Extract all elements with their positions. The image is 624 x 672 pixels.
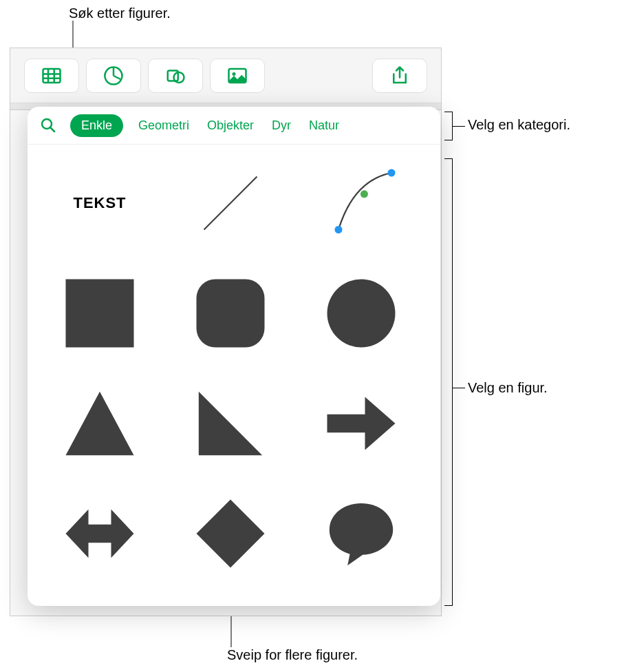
shape-triangle[interactable]: [48, 379, 151, 468]
shape-speech-bubble[interactable]: [310, 489, 413, 578]
category-tab-geometri[interactable]: Geometri: [136, 114, 192, 137]
toolbar: [10, 48, 441, 103]
search-icon: [40, 117, 56, 134]
shape-square[interactable]: [48, 269, 151, 358]
shapes-icon: [165, 65, 186, 86]
shape-pentagon[interactable]: [179, 599, 282, 606]
svg-rect-2: [43, 69, 61, 83]
category-tab-objekter[interactable]: Objekter: [204, 114, 257, 137]
share-button[interactable]: [372, 59, 427, 93]
svg-point-19: [327, 280, 396, 348]
svg-point-15: [361, 190, 368, 198]
right-triangle-icon: [193, 386, 268, 461]
category-bar: Enkle Geometri Objekter Dyr Natur: [28, 107, 440, 145]
bracket-shape: [444, 158, 453, 606]
shape-diamond[interactable]: [179, 489, 282, 578]
svg-marker-20: [66, 392, 134, 455]
svg-marker-24: [197, 500, 265, 568]
svg-marker-21: [199, 392, 262, 455]
shape-arrow-right[interactable]: [310, 379, 413, 468]
circle-icon: [323, 275, 399, 351]
category-tab-enkle[interactable]: Enkle: [70, 114, 123, 137]
shapes-popover: Enkle Geometri Objekter Dyr Natur TEKST: [28, 107, 440, 606]
square-icon: [62, 275, 138, 351]
svg-point-14: [335, 226, 343, 233]
shape-star[interactable]: [310, 599, 413, 606]
callout-search: Søk etter figurer.: [69, 6, 171, 21]
svg-line-13: [204, 177, 257, 230]
shape-text[interactable]: TEKST: [48, 158, 151, 248]
shapes-button[interactable]: [148, 59, 203, 93]
search-button[interactable]: [39, 116, 58, 135]
popover-arrow: [220, 107, 237, 108]
shape-curve[interactable]: [310, 158, 413, 248]
media-button[interactable]: [210, 59, 265, 93]
shapes-grid[interactable]: TEKST: [28, 145, 440, 606]
media-icon: [227, 65, 248, 86]
double-arrow-icon: [62, 496, 138, 571]
diamond-icon: [193, 496, 268, 571]
table-icon: [41, 65, 62, 86]
chart-icon: [103, 65, 124, 86]
shape-line[interactable]: [179, 158, 282, 248]
arrow-right-icon: [323, 386, 399, 461]
shape-rounded-square[interactable]: [179, 269, 282, 358]
shape-text-label: TEKST: [73, 194, 126, 212]
triangle-icon: [62, 386, 138, 461]
shape-circle[interactable]: [310, 269, 413, 358]
callout-shape: Velg en figur.: [468, 380, 548, 396]
svg-rect-17: [66, 280, 134, 348]
category-tab-natur[interactable]: Natur: [306, 114, 342, 137]
line-icon: [193, 165, 268, 241]
shape-double-arrow[interactable]: [48, 489, 151, 578]
share-icon: [389, 65, 410, 86]
callout-category: Velg en kategori.: [468, 117, 570, 133]
bracket-shape-line: [453, 388, 465, 388]
shape-right-triangle[interactable]: [179, 379, 282, 468]
svg-marker-23: [66, 510, 134, 558]
chart-button[interactable]: [86, 59, 141, 93]
speech-bubble-icon: [323, 496, 399, 571]
rounded-square-icon: [193, 275, 268, 351]
curve-icon: [323, 165, 399, 241]
category-tab-dyr[interactable]: Dyr: [269, 114, 294, 137]
svg-point-16: [388, 169, 396, 177]
svg-line-12: [50, 127, 54, 132]
table-button[interactable]: [24, 59, 79, 93]
svg-rect-18: [197, 280, 265, 348]
svg-marker-22: [327, 397, 396, 450]
bracket-category: [444, 112, 453, 140]
shape-callout[interactable]: [48, 599, 151, 606]
callout-swipe: Sveip for flere figurer.: [227, 647, 358, 663]
svg-point-10: [233, 72, 236, 76]
bracket-category-line: [453, 126, 465, 127]
